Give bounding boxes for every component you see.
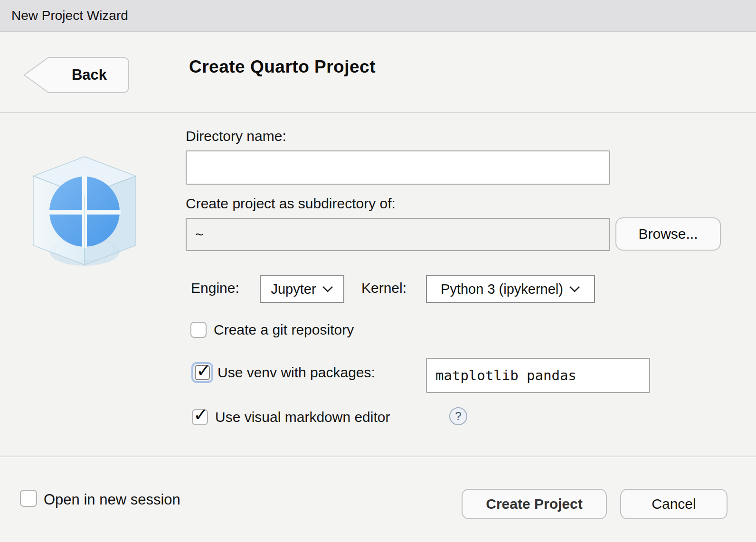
visual-editor-label[interactable]: Use visual markdown editor — [215, 409, 390, 425]
venv-checkbox[interactable]: ✓ — [195, 365, 210, 380]
chevron-down-icon — [322, 286, 333, 292]
git-repository-checkbox[interactable] — [190, 322, 207, 338]
new-project-wizard-dialog: New Project Wizard Back Create Quarto Pr… — [0, 0, 756, 542]
directory-name-input[interactable] — [186, 150, 610, 185]
wizard-body: Directory name: Create project as subdir… — [0, 114, 756, 456]
venv-packages-input[interactable] — [426, 358, 650, 393]
wizard-header: Back Create Quarto Project — [0, 33, 756, 113]
help-icon-glyph: ? — [455, 410, 461, 423]
quarto-logo-icon — [24, 153, 145, 271]
subdirectory-label: Create project as subdirectory of: — [186, 196, 396, 212]
visual-editor-checkbox[interactable]: ✓ — [192, 409, 208, 425]
engine-select-value: Jupyter — [271, 281, 316, 297]
engine-select[interactable]: Jupyter — [260, 275, 344, 303]
git-repository-label[interactable]: Create a git repository — [214, 322, 354, 338]
window-title: New Project Wizard — [11, 8, 128, 23]
help-icon[interactable]: ? — [449, 407, 467, 425]
checkmark-icon: ✓ — [196, 362, 211, 380]
kernel-select-value: Python 3 (ipykernel) — [441, 281, 563, 297]
kernel-select[interactable]: Python 3 (ipykernel) — [426, 275, 595, 303]
kernel-label: Kernel: — [361, 280, 406, 296]
back-button[interactable]: Back — [23, 56, 130, 94]
directory-name-label: Directory name: — [186, 128, 286, 144]
venv-checkbox-focus-ring: ✓ — [191, 362, 213, 383]
titlebar: New Project Wizard — [0, 0, 756, 32]
browse-button[interactable]: Browse... — [615, 217, 721, 251]
open-new-session-label[interactable]: Open in new session — [44, 491, 180, 508]
page-title: Create Quarto Project — [189, 57, 376, 77]
back-button-label: Back — [51, 56, 127, 94]
subdirectory-input[interactable] — [186, 218, 610, 251]
engine-label: Engine: — [191, 280, 239, 296]
venv-label[interactable]: Use venv with packages: — [217, 364, 375, 381]
checkmark-icon: ✓ — [193, 406, 208, 424]
open-new-session-checkbox[interactable] — [20, 490, 37, 507]
chevron-down-icon — [569, 286, 580, 292]
create-project-button[interactable]: Create Project — [462, 489, 607, 519]
cancel-button[interactable]: Cancel — [620, 489, 728, 519]
wizard-footer: Open in new session Create Project Cance… — [0, 456, 756, 542]
